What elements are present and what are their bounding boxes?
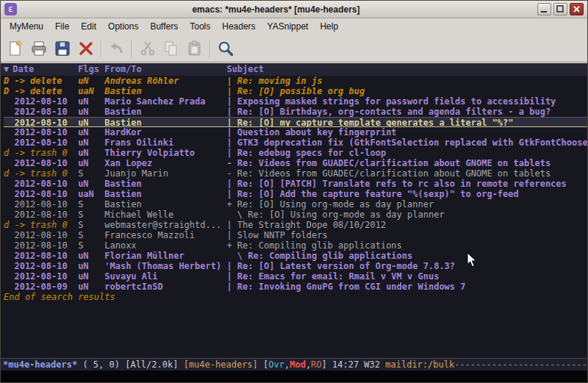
message-from: Bastien — [104, 199, 226, 210]
modeline-segment: *mu4e-headers* — [3, 359, 77, 370]
menu-item-buffers[interactable]: Buffers — [144, 19, 184, 34]
message-row[interactable]: D -> delete uN Andreas Röhler | Re: movi… — [4, 76, 587, 86]
message-date: 2012-08-10 — [4, 127, 78, 137]
message-date: 2012-08-10 — [4, 199, 78, 210]
message-date: d -> trash 0 — [4, 148, 78, 158]
modeline-segment: RO — [311, 359, 321, 370]
message-row[interactable]: 2012-08-10 S Bastien + Re: [O] Using org… — [4, 199, 587, 210]
message-flags: uN — [78, 76, 104, 86]
message-date: 2012-08-10 — [4, 230, 78, 240]
message-subject: \ Re: Compiling glib applications — [226, 251, 587, 261]
message-from: Bastien — [104, 118, 226, 126]
search-icon — [217, 40, 234, 57]
message-row[interactable]: 2012-08-10 S Francesco Mazzoli | Slow NN… — [4, 230, 587, 240]
modeline-segment: Ovr — [268, 359, 284, 370]
message-from: Bastien — [104, 107, 226, 117]
menu-item-options[interactable]: Options — [102, 19, 144, 34]
message-from: Florian Müllner — [104, 251, 226, 261]
message-subject: | Re: moving in js — [226, 76, 587, 86]
message-list: D -> delete uN Andreas Röhler | Re: movi… — [1, 76, 587, 292]
message-subject: | Re: Emacs for email: Rmail v VM v Gnus — [226, 271, 587, 282]
message-row[interactable]: 2012-08-09 uN robertcInSD | Re: Invoking… — [4, 282, 587, 292]
message-row[interactable]: 2012-08-10 uN Florian Müllner \ Re: Comp… — [4, 251, 587, 261]
message-date: 2012-08-10 — [4, 189, 78, 199]
menu-item-file[interactable]: File — [49, 19, 75, 34]
message-row[interactable]: 2012-08-10 uN Bastien | Re: [O] Birthday… — [4, 107, 587, 117]
message-from: Frans Oilinki — [104, 137, 226, 148]
menu-item-yasnippet[interactable]: YASnippet — [262, 19, 315, 34]
copy-button[interactable] — [159, 37, 183, 60]
message-from: 'Mash (Thomas Herbert) — [104, 261, 226, 271]
message-row[interactable]: d -> trash 0 S Juanjo Marin - Re: Videos… — [4, 168, 587, 179]
menu-item-tools[interactable]: Tools — [184, 19, 216, 34]
search-button[interactable] — [214, 37, 237, 60]
message-row[interactable]: D -> delete uaN Bastien | Re: [O] possib… — [4, 86, 587, 96]
minibuffer[interactable] — [1, 371, 587, 382]
close-buffer-button[interactable] — [74, 37, 98, 60]
emacs-icon: ε — [4, 3, 17, 15]
message-date: 2012-08-10 — [4, 107, 78, 117]
message-row[interactable]: 2012-08-10 uN Frans Oilinki | GTK3 depre… — [4, 137, 587, 148]
message-subject: + Re: Compiling glib applications — [226, 240, 587, 251]
message-subject: | Slow NNTP folders — [226, 230, 587, 240]
undo-button[interactable] — [105, 37, 129, 60]
message-row[interactable]: 2012-08-10 uN 'Mash (Thomas Herbert) | R… — [4, 261, 587, 271]
message-flags: S — [78, 240, 104, 251]
column-header-flags[interactable]: Flgs — [78, 63, 104, 76]
new-file-button[interactable] — [4, 37, 27, 60]
message-date: 2012-08-10 — [4, 137, 78, 148]
menu-item-headers[interactable]: Headers — [216, 19, 261, 34]
message-subject: | Re: [O] Add the capture feature "%(sex… — [226, 189, 587, 199]
modeline-segment: ] — [322, 359, 332, 370]
sort-descending-icon: ▼ — [4, 64, 9, 74]
message-row[interactable]: d -> trash 0 uN Thierry Volpiatto | Re: … — [4, 148, 587, 158]
message-subject: | Re: [O] Birthdays, org-contacts and ag… — [226, 107, 587, 117]
maximize-icon — [556, 5, 564, 13]
cut-button[interactable] — [136, 37, 159, 60]
title-bar[interactable]: ε emacs: *mu4e-headers* [mu4e-headers] — [1, 1, 587, 18]
message-subject: \ Re: [O] Using org-mode as day planner — [226, 210, 587, 220]
message-row[interactable]: 2012-08-10 S Lanoxx + Re: Compiling glib… — [4, 240, 587, 251]
column-header-subject[interactable]: Subject — [226, 63, 587, 76]
message-flags: S — [78, 199, 104, 210]
paste-button[interactable] — [183, 37, 207, 60]
close-button[interactable] — [570, 3, 584, 15]
modeline-segment: [ — [258, 359, 268, 370]
message-row[interactable]: 2012-08-10 S Michael Welle \ Re: [O] Usi… — [4, 210, 587, 220]
message-row[interactable]: 2012-08-10 uaN Bastien | Re: [O] Add the… — [4, 189, 587, 199]
modeline-segment: Mod — [290, 359, 306, 370]
message-row[interactable]: 2012-08-10 uN Bastien | Re: [O] my captu… — [4, 117, 587, 127]
message-flags: uaN — [78, 86, 104, 96]
toolbar-separator — [209, 40, 211, 57]
column-header-date[interactable]: ▼Date — [4, 63, 78, 76]
mu4e-headers-buffer: ▼Date Flgs From/To Subject D -> delete u… — [1, 62, 587, 358]
column-header-date-label: Date — [12, 64, 34, 74]
menu-item-mymenu[interactable]: MyMenu — [4, 19, 49, 34]
message-row[interactable]: 2012-08-10 uN Mario Sanchez Prada | Expo… — [4, 96, 587, 107]
modeline-segment: [mu4e-headers] — [184, 359, 258, 370]
message-from: HardKor — [104, 127, 226, 137]
menu-item-edit[interactable]: Edit — [75, 19, 102, 34]
message-date: 2012-08-10 — [4, 96, 78, 107]
message-row[interactable]: 2012-08-10 uN Suvayu Ali | Re: Emacs for… — [4, 271, 587, 282]
message-row[interactable]: 2012-08-10 uN Bastien | Re: [O] [PATCH] … — [4, 179, 587, 189]
message-from: Suvayu Ali — [104, 271, 226, 282]
message-row[interactable]: 2012-08-10 uN Xan Lopez - Re: Videos fro… — [4, 158, 587, 168]
window-title: emacs: *mu4e-headers* [mu4e-headers] — [17, 4, 535, 15]
minimize-button[interactable] — [537, 3, 551, 15]
message-date: D -> delete — [4, 86, 78, 96]
message-flags: uN — [78, 158, 104, 168]
message-subject: + Re: [O] Using org-mode as day planner — [226, 199, 587, 210]
message-date: 2012-08-10 — [4, 251, 78, 261]
copy-icon — [162, 40, 180, 57]
print-button[interactable] — [27, 37, 51, 60]
message-row[interactable]: d -> trash 0 S webmaster@straightd... | … — [4, 220, 587, 230]
message-row[interactable]: 2012-08-10 uN HardKor | Question about k… — [4, 127, 587, 137]
column-header-from[interactable]: From/To — [104, 63, 226, 76]
menu-item-help[interactable]: Help — [314, 19, 344, 34]
save-button[interactable] — [51, 37, 74, 60]
message-flags: uN — [78, 251, 104, 261]
maximize-button[interactable] — [553, 3, 567, 15]
message-from: webmaster@straightd... — [104, 220, 226, 230]
message-date: 2012-08-10 — [4, 210, 78, 220]
